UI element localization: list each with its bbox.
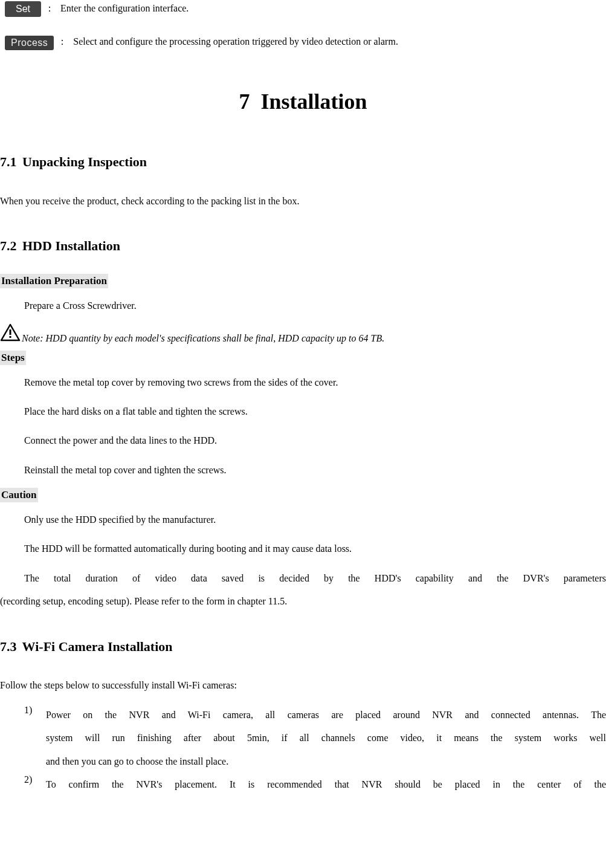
colon: ： xyxy=(45,3,54,13)
section-7-3-intro: Follow the steps below to successfully i… xyxy=(0,674,606,697)
section-7-3-heading: 7.3 Wi-Fi Camera Installation xyxy=(0,638,606,656)
chapter-number: 7 xyxy=(239,89,250,114)
caution-3a: The total duration of video data saved i… xyxy=(0,567,606,590)
set-description: Enter the configuration interface. xyxy=(60,3,189,13)
step-1: Remove the metal top cover by removing t… xyxy=(0,371,606,394)
warning-icon xyxy=(0,323,21,345)
section-title: HDD Installation xyxy=(22,238,120,253)
wifi-step-1: 1) Power on the NVR and Wi-Fi camera, al… xyxy=(0,704,606,773)
chapter-title: 7 Installation xyxy=(0,86,606,117)
step-2-line-1: To confirm the NVR's placement. It is re… xyxy=(46,773,606,796)
process-button[interactable]: Process xyxy=(5,36,54,50)
step-1-line-2: system will run finishing after about 5m… xyxy=(46,727,606,750)
chapter-name: Installation xyxy=(260,89,367,114)
section-7-2-heading: 7.2 HDD Installation xyxy=(0,237,606,256)
list-number: 2) xyxy=(24,773,46,796)
step-4: Reinstall the metal top cover and tighte… xyxy=(0,459,606,482)
section-number: 7.3 xyxy=(0,639,17,654)
caution-2: The HDD will be formatted automatically … xyxy=(0,537,606,560)
step-1-line-1: Power on the NVR and Wi-Fi camera, all c… xyxy=(46,704,606,727)
note-row: Note: HDD quantity by each model's speci… xyxy=(0,323,606,345)
step-2: Place the hard disks on a flat table and… xyxy=(0,400,606,423)
step-1-line-3: and then you can go to choose the instal… xyxy=(46,750,606,773)
step-3: Connect the power and the data lines to … xyxy=(0,429,606,452)
caution-3b: (recording setup, encoding setup). Pleas… xyxy=(0,590,606,613)
preparation-body: Prepare a Cross Screwdriver. xyxy=(0,294,606,317)
note-text: Note: HDD quantity by each model's speci… xyxy=(22,332,384,345)
installation-preparation-heading: Installation Preparation xyxy=(0,274,108,288)
section-7-1-heading: 7.1 Unpacking Inspection xyxy=(0,153,606,172)
wifi-step-2: 2) To confirm the NVR's placement. It is… xyxy=(0,773,606,796)
section-title: Wi-Fi Camera Installation xyxy=(22,639,173,654)
set-button[interactable]: Set xyxy=(5,1,41,17)
list-number: 1) xyxy=(24,704,46,773)
caution-1: Only use the HDD specified by the manufa… xyxy=(0,508,606,531)
svg-rect-1 xyxy=(10,329,11,335)
section-7-1-body: When you receive the product, check acco… xyxy=(0,190,606,213)
section-title: Unpacking Inspection xyxy=(22,154,147,169)
steps-heading: Steps xyxy=(0,351,26,365)
colon: ： xyxy=(57,36,67,47)
process-row: Process ： Select and configure the proce… xyxy=(5,35,606,50)
process-description: Select and configure the processing oper… xyxy=(73,36,398,47)
section-number: 7.1 xyxy=(0,154,17,169)
svg-rect-2 xyxy=(10,336,11,338)
set-row: Set ： Enter the configuration interface. xyxy=(5,1,606,17)
section-number: 7.2 xyxy=(0,238,17,253)
caution-heading: Caution xyxy=(0,488,38,502)
